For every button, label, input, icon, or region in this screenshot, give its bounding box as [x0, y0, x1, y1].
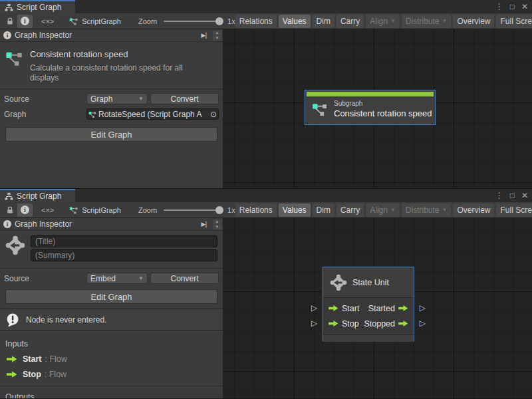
inspector-toggle-button[interactable]: i [17, 203, 33, 217]
breadcrumb[interactable]: ScriptGraph [69, 205, 121, 215]
overview-button[interactable]: Overview [453, 203, 494, 217]
graph-canvas[interactable]: Subgraph Consistent rotation speed [223, 29, 532, 189]
graph-canvas[interactable]: State Unit Start Started [223, 218, 532, 398]
graph-icon [69, 205, 78, 215]
divider [0, 88, 223, 89]
zoom-slider-handle[interactable] [215, 206, 223, 214]
script-graph-window-top: Script Graph ⋮ □ ✕ i <×> [0, 0, 532, 189]
fullscreen-button[interactable]: Full Screen [496, 15, 532, 28]
object-picker-icon[interactable]: ⊙ [210, 110, 217, 119]
external-port-triangle[interactable]: ▷ [420, 319, 426, 327]
graph-object-field[interactable]: RotateSpeed (Script Graph A ⊙ [86, 108, 219, 120]
zoom-slider[interactable] [164, 209, 223, 211]
align-button[interactable]: Align▼ [366, 203, 400, 217]
dim-button[interactable]: Dim [313, 15, 334, 28]
breadcrumb-label: ScriptGraph [82, 206, 121, 214]
subgraph-node[interactable]: Subgraph Consistent rotation speed [305, 90, 436, 125]
divider [0, 386, 223, 386]
warning-text: Node is never entered. [26, 315, 106, 325]
scroll-down-icon[interactable]: ▼ [213, 36, 221, 41]
graph-icon [88, 110, 96, 118]
source-dropdown[interactable]: Graph ▼ [86, 93, 148, 104]
flow-in-icon[interactable] [329, 305, 338, 312]
input-port-row: Start : Flow [0, 354, 223, 364]
flow-out-icon[interactable] [398, 320, 408, 327]
align-button[interactable]: Align▼ [366, 15, 400, 28]
carry-button[interactable]: Carry [336, 15, 364, 28]
convert-button[interactable]: Convert [150, 93, 219, 104]
distribute-button[interactable]: Distribute▼ [402, 15, 452, 28]
chevron-down-icon: ▼ [390, 207, 396, 213]
source-field-row: Source Graph ▼ Convert [0, 93, 223, 104]
inspector-scrollbar[interactable]: ▲ ▼ [212, 219, 222, 230]
info-icon: i [21, 205, 29, 214]
dock-icon[interactable]: ▶] [201, 32, 206, 39]
warning-box: Node is never entered. [0, 309, 223, 331]
graph-inspector-panel: i Graph Inspector ▶] ▲ ▼ [0, 218, 223, 398]
overview-button[interactable]: Overview [453, 15, 494, 28]
external-port-triangle[interactable]: ▷ [311, 304, 317, 312]
lock-button[interactable] [3, 203, 17, 217]
scroll-up-icon[interactable]: ▲ [213, 219, 221, 224]
window-controls: ⋮ □ ✕ [495, 189, 528, 202]
maximize-icon[interactable]: □ [510, 3, 515, 11]
inspector-scrollbar[interactable]: ▲ ▼ [212, 30, 222, 41]
graph-toolbar: i <×> ScriptGraph Zoom 1x Relations Valu… [0, 13, 532, 29]
close-icon[interactable]: ✕ [521, 192, 528, 200]
menu-icon[interactable]: ⋮ [495, 3, 503, 11]
zoom-slider[interactable] [164, 21, 223, 22]
edit-graph-button[interactable]: Edit Graph [5, 289, 217, 304]
maximize-icon[interactable]: □ [510, 192, 515, 200]
port-out-label[interactable]: Stopped [364, 319, 395, 329]
node-header: State Unit [323, 267, 414, 298]
dim-button[interactable]: Dim [313, 203, 334, 217]
state-unit-node[interactable]: State Unit Start Started [323, 267, 414, 341]
toolbar-buttons: Relations Values Dim Carry Align▼ Distri… [235, 15, 532, 28]
lock-icon [6, 17, 14, 25]
port-out-label[interactable]: Started [368, 304, 395, 313]
code-preview-button[interactable]: <×> [38, 15, 57, 28]
scroll-down-icon[interactable]: ▼ [213, 225, 221, 229]
source-dropdown[interactable]: Embed ▼ [86, 273, 148, 284]
edit-graph-button[interactable]: Edit Graph [5, 127, 217, 142]
menu-icon[interactable]: ⋮ [495, 192, 503, 200]
flow-in-icon[interactable] [329, 320, 338, 327]
source-field-row: Source Embed ▼ Convert [0, 273, 223, 284]
inspector-toggle-button[interactable]: i [17, 15, 33, 28]
external-port-triangle[interactable]: ▷ [311, 319, 317, 327]
zoom-label: Zoom [138, 206, 157, 214]
breadcrumb[interactable]: ScriptGraph [69, 17, 121, 26]
zoom-slider-handle[interactable] [215, 17, 223, 25]
port-in-label[interactable]: Stop [342, 319, 359, 329]
node-title: State Unit [352, 278, 389, 287]
values-button[interactable]: Values [279, 203, 311, 217]
fullscreen-button[interactable]: Full Screen [496, 203, 532, 217]
zoom-label: Zoom [138, 17, 157, 25]
tab-script-graph[interactable]: Script Graph [0, 0, 75, 13]
lock-button[interactable] [3, 15, 17, 28]
relations-button[interactable]: Relations [235, 203, 277, 217]
info-icon: i [21, 17, 29, 25]
carry-button[interactable]: Carry [336, 203, 364, 217]
close-icon[interactable]: ✕ [521, 3, 528, 11]
hierarchy-icon [5, 192, 13, 201]
convert-button[interactable]: Convert [150, 273, 219, 284]
distribute-button[interactable]: Distribute▼ [402, 203, 452, 217]
inspector-title: Graph Inspector [15, 31, 72, 40]
code-icon: <×> [41, 17, 54, 25]
port-in-label[interactable]: Start [342, 304, 359, 313]
flow-arrow-icon [7, 355, 17, 363]
title-input[interactable] [31, 235, 217, 247]
scroll-up-icon[interactable]: ▲ [213, 31, 221, 35]
dock-icon[interactable]: ▶] [201, 221, 206, 227]
subgraph-icon [312, 101, 328, 117]
summary-input[interactable] [31, 249, 217, 261]
code-preview-button[interactable]: <×> [38, 203, 57, 217]
outputs-section-label: Outputs [0, 392, 223, 398]
relations-button[interactable]: Relations [235, 15, 277, 28]
window-controls: ⋮ □ ✕ [495, 0, 528, 13]
external-port-triangle[interactable]: ▷ [420, 304, 426, 312]
values-button[interactable]: Values [279, 15, 311, 28]
flow-out-icon[interactable] [398, 305, 408, 312]
tab-script-graph[interactable]: Script Graph [0, 189, 75, 202]
